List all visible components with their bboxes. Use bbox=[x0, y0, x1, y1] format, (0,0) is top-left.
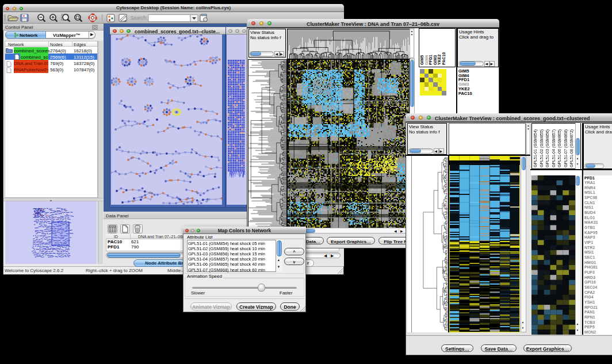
svg-text:Search:: Search: bbox=[131, 15, 147, 21]
